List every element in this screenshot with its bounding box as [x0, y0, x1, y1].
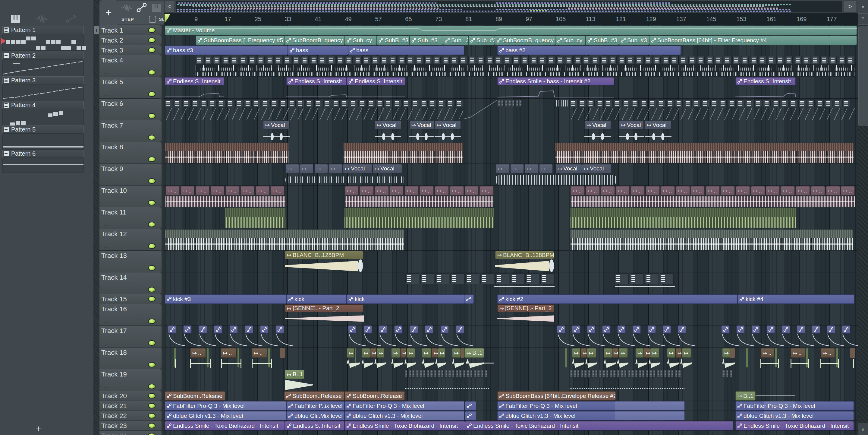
pattern-clip[interactable] [332, 99, 340, 107]
clip[interactable]: ↦Vocal [582, 164, 611, 173]
clip[interactable]: Endless Smile - Toxic Biohazard - Intens… [165, 421, 285, 431]
mini-clip[interactable] [649, 370, 652, 378]
clip[interactable]: FabFilter P..ix level [286, 401, 344, 411]
pattern-clip[interactable] [398, 56, 406, 64]
clip[interactable]: ↦ [407, 348, 415, 358]
piano-icon[interactable] [11, 15, 20, 23]
track-row-3[interactable]: Track 3 [99, 45, 162, 55]
pattern-clip[interactable] [671, 56, 678, 64]
clip-texture[interactable] [175, 359, 176, 368]
track-mute-led[interactable] [148, 403, 156, 408]
pattern-clip[interactable] [763, 99, 771, 107]
mini-clip[interactable] [459, 370, 462, 378]
clip-texture[interactable] [358, 259, 363, 272]
clip[interactable]: ↦.. [496, 164, 509, 173]
mini-clip[interactable] [573, 370, 576, 378]
pattern-clip[interactable]: .. [405, 273, 419, 284]
pattern-clip[interactable] [270, 99, 278, 107]
clip-texture[interactable] [165, 151, 288, 163]
pattern-clip[interactable] [385, 99, 393, 107]
pattern-clip[interactable] [257, 56, 265, 64]
clip-texture[interactable] [221, 359, 241, 368]
clip[interactable]: ↦.. [820, 348, 835, 358]
clip[interactable]: SubBoom..Release [344, 391, 405, 401]
clip-fragment[interactable] [615, 401, 684, 410]
pattern-clip[interactable] [539, 56, 547, 64]
clip-texture[interactable] [345, 196, 493, 207]
mini-clip[interactable] [412, 370, 415, 378]
mini-clip[interactable] [653, 370, 655, 378]
mini-clip[interactable] [470, 370, 472, 378]
clip[interactable]: ↦[SENNE]..- Part_2 [285, 304, 363, 312]
clip[interactable]: ↦ [667, 348, 675, 358]
mini-clip[interactable] [631, 370, 634, 378]
pattern-clip[interactable] [182, 99, 190, 107]
mini-clip[interactable] [617, 370, 619, 378]
mini-clip[interactable] [638, 370, 641, 378]
clip[interactable]: ↦ [682, 348, 691, 358]
mini-clip[interactable] [434, 370, 436, 378]
clip-texture[interactable] [195, 65, 855, 70]
scroll-up-button[interactable]: ^ [858, 13, 868, 25]
track-mute-led[interactable] [148, 70, 156, 75]
pattern-clip[interactable] [433, 56, 441, 64]
automation-mini-clip[interactable] [260, 325, 269, 334]
clip[interactable]: ↦.. [375, 186, 389, 196]
pattern-clip[interactable] [609, 56, 617, 64]
pattern-clip[interactable] [456, 99, 463, 107]
clip[interactable]: ↦.. [586, 186, 600, 196]
clip[interactable]: SubBoomBass [..Frequency #5 [195, 36, 284, 45]
automation-mini-clip[interactable] [276, 325, 284, 334]
clip-fragment[interactable] [730, 348, 735, 358]
clip[interactable]: ↦.. [181, 186, 194, 196]
pattern-clip[interactable] [803, 56, 810, 64]
clip[interactable]: ↦.. [300, 164, 313, 173]
clip-fragment[interactable] [764, 401, 795, 410]
clip-fragment[interactable] [405, 401, 464, 410]
clip[interactable]: ↦.. [571, 186, 585, 196]
clip-fragment[interactable] [850, 348, 855, 358]
clip-texture[interactable] [790, 359, 809, 368]
clip-fragment[interactable] [461, 348, 464, 358]
pattern-clip[interactable] [504, 56, 511, 64]
pattern-clip[interactable] [812, 56, 819, 64]
automation-mini-clip[interactable] [456, 325, 464, 334]
automation-mini-clip[interactable] [229, 325, 238, 334]
clip[interactable]: ↦BLANC_B..128BPM [495, 251, 554, 259]
track-row-8[interactable]: Track 8... [99, 142, 162, 164]
pattern-clip[interactable] [310, 56, 318, 64]
clip[interactable]: ↦Vocal [343, 164, 373, 173]
waveform-tool-icon[interactable] [121, 4, 132, 12]
automation-mini-clip[interactable] [168, 325, 176, 334]
clip[interactable]: ↦Vocal [375, 121, 401, 129]
pattern-clip[interactable] [548, 56, 555, 64]
clip[interactable]: ↦.. [661, 186, 675, 196]
pattern-clip[interactable] [614, 99, 621, 107]
track-row-13[interactable]: Track 13... [99, 251, 162, 272]
pattern-clip[interactable] [442, 56, 450, 64]
pattern-clip[interactable] [411, 99, 419, 107]
pattern-clip[interactable] [420, 99, 428, 107]
pattern-clip[interactable] [191, 99, 199, 107]
pattern-clip[interactable] [592, 56, 599, 64]
clip[interactable]: Endless S..Intensit [347, 77, 405, 85]
clip[interactable]: Endless S..Intensit [165, 77, 224, 85]
pattern-clip[interactable]: .. [510, 273, 524, 284]
track-row-19[interactable]: Track 19... [99, 369, 162, 390]
mini-clip[interactable] [466, 370, 469, 378]
automation-mini-clip[interactable] [736, 325, 745, 334]
track-mute-led[interactable] [148, 423, 156, 428]
clip-texture[interactable] [165, 196, 285, 207]
pattern-clip[interactable] [218, 99, 225, 107]
clip-texture[interactable] [484, 362, 494, 364]
clip[interactable]: SubBoomB..quency [284, 36, 345, 45]
pattern-clip[interactable] [279, 99, 287, 107]
pattern-clip[interactable] [288, 99, 296, 107]
clip[interactable]: ↦ [675, 348, 682, 358]
pattern-clip[interactable] [759, 56, 767, 64]
clip[interactable]: ↦.. [252, 348, 267, 358]
clip[interactable]: ↦.. [539, 164, 553, 173]
pattern-clip[interactable] [165, 99, 173, 107]
automation-mini-clip[interactable] [632, 325, 641, 334]
track-row-6[interactable]: Track 6... [99, 99, 162, 120]
